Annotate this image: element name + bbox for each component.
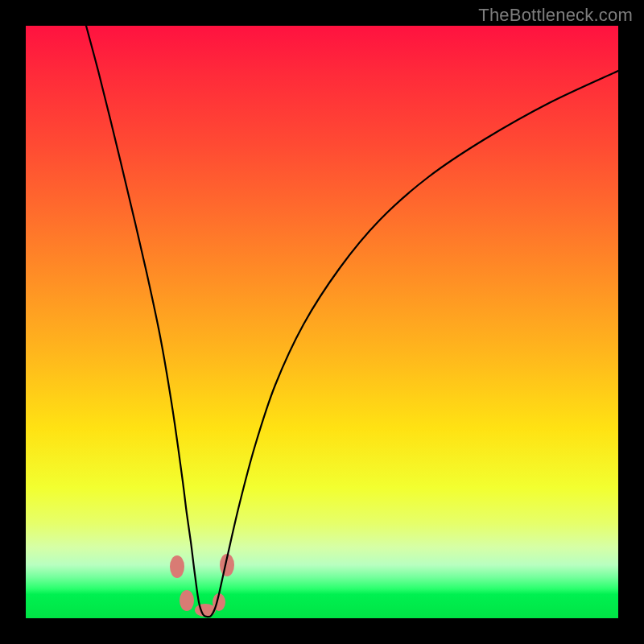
- curve-layer: [26, 26, 618, 618]
- cluster-left-lower: [180, 590, 194, 611]
- watermark-text: TheBottleneck.com: [478, 5, 633, 26]
- cluster-left-upper: [170, 555, 184, 578]
- plot-area: [26, 26, 618, 618]
- bottleneck-curve: [86, 26, 618, 617]
- chart-outer-frame: TheBottleneck.com: [0, 0, 644, 644]
- marker-group: [170, 554, 234, 617]
